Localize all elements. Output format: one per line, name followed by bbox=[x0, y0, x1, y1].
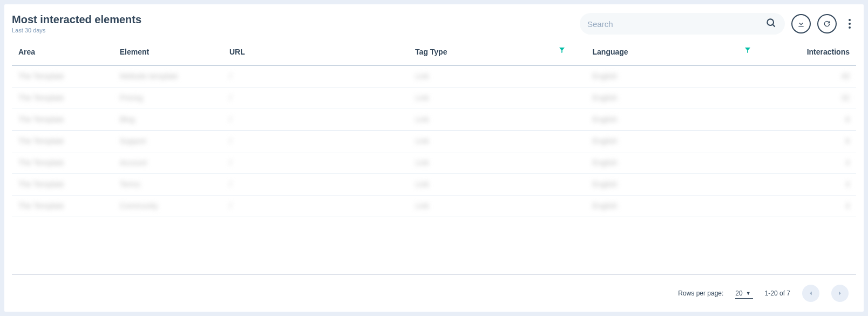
cell-element: Terms bbox=[113, 173, 223, 195]
cell-value: / bbox=[229, 115, 232, 124]
cell-value: English bbox=[593, 93, 618, 102]
table-wrap: Area Element URL Tag Type Language bbox=[4, 39, 864, 312]
more-menu-button[interactable] bbox=[843, 14, 856, 33]
cell-value: The Template bbox=[18, 72, 64, 80]
search-wrap bbox=[580, 13, 785, 35]
cell-tag: Link bbox=[409, 65, 586, 87]
table-row[interactable]: The TemplateCommunity/LinkEnglish4 bbox=[12, 195, 856, 217]
cell-value: English bbox=[593, 158, 618, 167]
rows-per-page-label: Rows per page: bbox=[678, 290, 723, 297]
cell-element: Blog bbox=[113, 109, 223, 130]
cell-lang: English bbox=[586, 195, 772, 217]
cell-url: / bbox=[223, 152, 409, 173]
next-page-button[interactable] bbox=[831, 285, 849, 302]
cell-value: The Template bbox=[18, 180, 64, 189]
cell-value: The Template bbox=[18, 115, 64, 124]
cell-value: Link bbox=[415, 201, 429, 210]
cell-value: Website template bbox=[120, 72, 178, 80]
cell-value: 8 bbox=[778, 115, 850, 124]
svg-point-3 bbox=[849, 23, 851, 25]
header-actions bbox=[580, 13, 856, 35]
cell-url: / bbox=[223, 65, 409, 87]
cell-url: / bbox=[223, 87, 409, 109]
cell-lang: English bbox=[586, 109, 772, 130]
cell-inter: 8 bbox=[772, 109, 856, 130]
cell-tag: Link bbox=[409, 152, 586, 173]
cell-value: / bbox=[229, 137, 232, 145]
page-info: 1-20 of 7 bbox=[765, 290, 790, 297]
search-input[interactable] bbox=[587, 19, 777, 29]
cell-value: 4 bbox=[778, 158, 850, 167]
cell-area: The Template bbox=[12, 130, 113, 152]
data-table: Area Element URL Tag Type Language bbox=[12, 39, 856, 217]
cell-value: Support bbox=[120, 137, 146, 145]
panel: Most interacted elements Last 30 days bbox=[4, 4, 864, 312]
cell-tag: Link bbox=[409, 195, 586, 217]
cell-value: The Template bbox=[18, 93, 64, 102]
cell-area: The Template bbox=[12, 173, 113, 195]
cell-url: / bbox=[223, 173, 409, 195]
cell-lang: English bbox=[586, 87, 772, 109]
col-header-url[interactable]: URL bbox=[223, 39, 409, 65]
cell-url: / bbox=[223, 195, 409, 217]
table-row[interactable]: The TemplateTerms/LinkEnglish4 bbox=[12, 173, 856, 195]
svg-line-1 bbox=[772, 24, 775, 26]
svg-point-0 bbox=[767, 19, 774, 25]
col-header-element[interactable]: Element bbox=[113, 39, 223, 65]
cell-value: 32 bbox=[778, 93, 850, 102]
filter-icon[interactable] bbox=[559, 48, 565, 54]
table-row[interactable]: The TemplateSupport/LinkEnglish6 bbox=[12, 130, 856, 152]
cell-value: Account bbox=[120, 158, 147, 167]
cell-area: The Template bbox=[12, 109, 113, 130]
cell-value: The Template bbox=[18, 137, 64, 145]
cell-value: Link bbox=[415, 158, 429, 167]
cell-value: English bbox=[593, 201, 618, 210]
cell-value: 4 bbox=[778, 180, 850, 189]
cell-value: Community bbox=[120, 201, 158, 210]
page-title: Most interacted elements bbox=[12, 13, 141, 26]
cell-element: Support bbox=[113, 130, 223, 152]
filter-icon[interactable] bbox=[745, 48, 750, 54]
cell-lang: English bbox=[586, 130, 772, 152]
cell-inter: 4 bbox=[772, 152, 856, 173]
search-icon[interactable] bbox=[765, 17, 776, 30]
rows-per-page-select[interactable]: 20 ▼ bbox=[735, 288, 752, 299]
cell-tag: Link bbox=[409, 130, 586, 152]
cell-value: Link bbox=[415, 115, 429, 124]
download-button[interactable] bbox=[791, 14, 811, 33]
page-subtitle: Last 30 days bbox=[12, 27, 141, 33]
cell-value: Link bbox=[415, 137, 429, 145]
cell-tag: Link bbox=[409, 109, 586, 130]
col-header-language[interactable]: Language bbox=[586, 39, 772, 65]
cell-tag: Link bbox=[409, 173, 586, 195]
cell-lang: English bbox=[586, 152, 772, 173]
cell-value: Terms bbox=[120, 180, 140, 189]
cell-tag: Link bbox=[409, 87, 586, 109]
cell-area: The Template bbox=[12, 152, 113, 173]
cell-value: 4 bbox=[778, 201, 850, 210]
cell-value: English bbox=[593, 72, 618, 80]
cell-lang: English bbox=[586, 173, 772, 195]
cell-value: / bbox=[229, 201, 232, 210]
cell-value: / bbox=[229, 180, 232, 189]
svg-point-4 bbox=[849, 26, 851, 29]
prev-page-button[interactable] bbox=[802, 285, 819, 302]
caret-down-icon: ▼ bbox=[746, 291, 751, 296]
cell-value: English bbox=[593, 137, 618, 145]
cell-value: 6 bbox=[778, 137, 850, 145]
cell-value: Link bbox=[415, 93, 429, 102]
cell-lang: English bbox=[586, 65, 772, 87]
col-header-area[interactable]: Area bbox=[12, 39, 113, 65]
cell-element: Account bbox=[113, 152, 223, 173]
cell-url: / bbox=[223, 130, 409, 152]
table-row[interactable]: The TemplatePricing/LinkEnglish32 bbox=[12, 87, 856, 109]
table-row[interactable]: The TemplateWebsite template/LinkEnglish… bbox=[12, 65, 856, 87]
cell-value: Link bbox=[415, 180, 429, 189]
col-header-tag-type[interactable]: Tag Type bbox=[409, 39, 586, 65]
cell-value: The Template bbox=[18, 201, 64, 210]
col-header-interactions[interactable]: Interactions bbox=[772, 39, 856, 65]
refresh-button[interactable] bbox=[817, 14, 837, 33]
table-row[interactable]: The TemplateBlog/LinkEnglish8 bbox=[12, 109, 856, 130]
table-row[interactable]: The TemplateAccount/LinkEnglish4 bbox=[12, 152, 856, 173]
panel-header: Most interacted elements Last 30 days bbox=[4, 4, 864, 39]
